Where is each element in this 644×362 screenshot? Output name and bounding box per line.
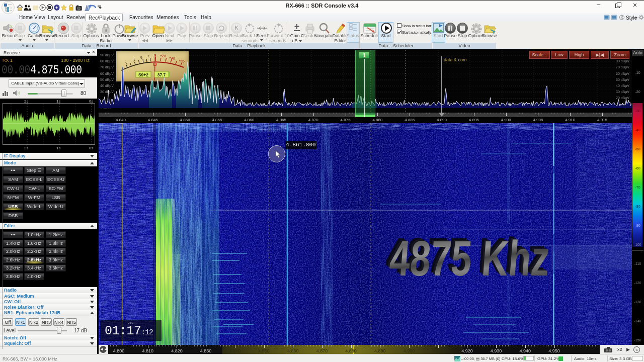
svg-text:4875 Khz: 4875 Khz: [387, 230, 551, 286]
